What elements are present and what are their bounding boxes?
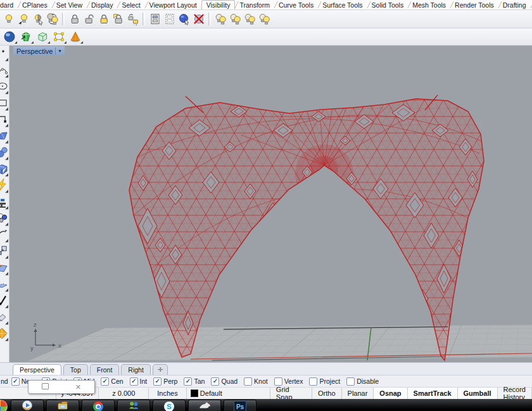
status-pane-record-history[interactable]: Record History [498, 388, 532, 399]
menu-tab-display[interactable]: Display [87, 1, 117, 9]
units-cell[interactable]: Inches [149, 388, 187, 399]
menu-tab-visibility[interactable]: Visibility [201, 0, 236, 9]
bulb-half-select-icon[interactable] [30, 11, 45, 27]
viewport-tab-right[interactable]: Right [121, 364, 151, 375]
windows-start-orb[interactable] [0, 399, 8, 411]
osnap-toggle-cen[interactable]: ✓Cen [101, 377, 123, 386]
menu-tab-set-view[interactable]: Set View [52, 1, 87, 9]
menu-tab-solid-tools[interactable]: Solid Tools [367, 1, 408, 9]
osnap-toggle-disable[interactable]: Disable [346, 377, 379, 386]
status-pane-gumball[interactable]: Gumball [458, 388, 498, 399]
lock-flap-icon[interactable] [111, 11, 125, 27]
viewport-tab-top[interactable]: Top [63, 364, 88, 375]
lightning-icon[interactable] [0, 177, 9, 194]
checkbox-checked-icon[interactable]: ✓ [211, 377, 219, 386]
osnap-end-label-clipped[interactable]: nd [1, 377, 8, 385]
cone-drape-icon[interactable] [67, 29, 84, 44]
bulb-swap-icon[interactable] [45, 11, 60, 27]
clip-gem-icon[interactable] [18, 29, 34, 44]
viewport-canvas[interactable]: zxy [10, 46, 532, 362]
menu-tab-mesh-tools[interactable]: Mesh Tools [408, 1, 450, 9]
checkbox-checked-icon[interactable]: ✓ [11, 377, 20, 386]
menu-tab-transform[interactable]: Transform [235, 1, 274, 9]
curve-points-icon[interactable] [0, 62, 9, 79]
viewport-tab-perspective[interactable]: Perspective [13, 364, 61, 375]
wire-box-icon[interactable] [34, 29, 51, 44]
control-points-icon[interactable] [51, 29, 67, 44]
status-pane-smarttrack[interactable]: SmartTrack [408, 388, 458, 399]
check-mark-icon[interactable] [0, 293, 9, 309]
lock-closed-icon[interactable] [67, 11, 82, 27]
bulbs-pair-3-icon[interactable] [243, 11, 257, 27]
viewport-title-dropdown[interactable]: Perspective ▾ [13, 46, 65, 56]
unisolate-sphere-icon[interactable] [191, 11, 206, 27]
menu-tab-dard[interactable]: dard [0, 1, 18, 9]
osnap-toggle-perp[interactable]: ✓Perp [153, 377, 177, 386]
circles-group-icon[interactable] [0, 210, 9, 227]
taskbar-photoshop-button[interactable]: Ps [224, 400, 256, 411]
taskbar-chrome-button[interactable] [82, 400, 115, 411]
checkbox-checked-icon[interactable]: ✓ [101, 377, 109, 386]
status-pane-planar[interactable]: Planar [342, 388, 374, 399]
diamond-gold-icon[interactable] [0, 326, 9, 342]
anvil-icon[interactable] [0, 194, 9, 210]
scale-boxes-icon[interactable] [0, 243, 9, 260]
spheres-icon[interactable] [0, 144, 9, 161]
checkbox-unchecked-icon[interactable] [244, 377, 252, 386]
osnap-toggle-vertex[interactable]: Vertex [274, 377, 303, 386]
menu-tab-drafting[interactable]: Drafting [498, 1, 531, 9]
rectangle-icon[interactable] [0, 95, 9, 111]
mesh-box-icon[interactable] [0, 161, 9, 177]
shaded-sphere-icon[interactable] [1, 29, 18, 44]
status-pane-grid-snap[interactable]: Grid Snap [270, 388, 312, 399]
point-icon[interactable] [0, 46, 9, 62]
bulb-on-icon[interactable] [1, 11, 16, 27]
layer-cell[interactable]: Default [187, 388, 270, 399]
layer-panel-icon[interactable] [148, 11, 162, 27]
surface-patch-icon[interactable] [0, 128, 9, 144]
lock-open-icon[interactable] [82, 11, 96, 27]
lock-swap-icon[interactable] [125, 11, 140, 27]
rotate-arc-icon[interactable] [0, 227, 9, 243]
layer-panel-dotted-icon[interactable] [162, 11, 177, 27]
menu-tab-cplanes[interactable]: CPlanes [18, 1, 52, 9]
taskbar-skype-button[interactable]: S [153, 400, 186, 411]
taskbar-rhino-button[interactable] [188, 400, 221, 411]
checkbox-unchecked-icon[interactable] [346, 377, 355, 386]
bulbs-pair-2-icon[interactable] [228, 11, 243, 27]
menu-tab-viewport-layout[interactable]: Viewport Layout [145, 1, 201, 9]
checkbox-checked-icon[interactable]: ✓ [153, 377, 162, 386]
viewport-perspective[interactable]: zxy Perspective ▾ [10, 46, 532, 362]
osnap-toggle-project[interactable]: Project [309, 377, 340, 386]
bulb-show-icon[interactable] [16, 11, 30, 27]
lock-yellow-icon[interactable] [96, 11, 111, 27]
polyline-icon[interactable] [0, 111, 9, 128]
close-icon[interactable]: ✕ [75, 384, 81, 391]
taskbar-messenger-button[interactable] [117, 400, 150, 411]
taskbar-media-player-button[interactable] [11, 400, 44, 411]
status-pane-osnap[interactable]: Osnap [374, 388, 407, 399]
ellipse-icon[interactable] [0, 79, 9, 95]
isolate-sphere-icon[interactable] [177, 11, 191, 27]
taskbar-explorer-folder-button[interactable] [46, 400, 79, 411]
bulbs-pair-4-icon[interactable] [257, 11, 272, 27]
osnap-toggle-int[interactable]: ✓Int [130, 377, 148, 386]
menu-tab-select[interactable]: Select [117, 1, 144, 9]
new-viewport-tab-icon[interactable]: ✛ [153, 364, 168, 375]
extrude-plank-icon[interactable] [0, 276, 9, 293]
maximize-icon[interactable] [42, 383, 49, 391]
osnap-toggle-tan[interactable]: ✓Tan [184, 377, 205, 386]
checkbox-checked-icon[interactable]: ✓ [130, 377, 138, 386]
viewport-tab-front[interactable]: Front [90, 364, 120, 375]
tilt-plane-icon[interactable] [0, 260, 9, 276]
osnap-toggle-quad[interactable]: ✓Quad [211, 377, 238, 386]
menu-tab-curve-tools[interactable]: Curve Tools [274, 1, 318, 9]
bulbs-pair-1-icon[interactable] [213, 11, 228, 27]
checkbox-unchecked-icon[interactable] [274, 377, 282, 386]
menu-tab-render-tools[interactable]: Render Tools [450, 1, 498, 9]
status-pane-ortho[interactable]: Ortho [312, 388, 342, 399]
eraser-icon[interactable] [0, 309, 9, 326]
checkbox-unchecked-icon[interactable] [309, 377, 317, 386]
menu-tab-surface-tools[interactable]: Surface Tools [318, 1, 367, 9]
osnap-toggle-knot[interactable]: Knot [244, 377, 268, 386]
